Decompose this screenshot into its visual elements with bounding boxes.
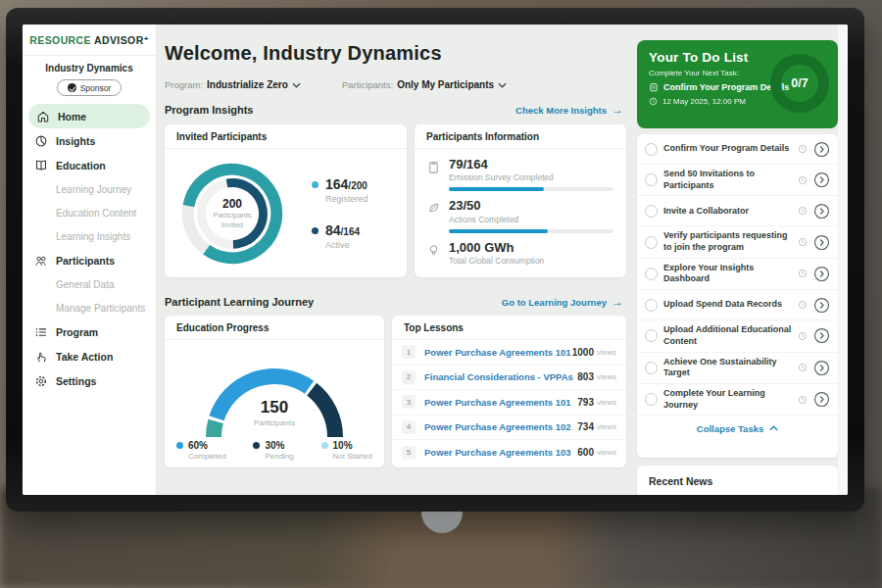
learning-journey-header: Participant Learning Journey Go to Learn… (165, 295, 623, 309)
gauge-center-value: 150 (186, 398, 363, 417)
leaf-icon (426, 201, 441, 216)
todo-item[interactable]: Invite a Collaborator (637, 196, 838, 226)
sidebar-item-learning-journey[interactable]: Learning Journey (23, 177, 156, 201)
filters-row: Program: Industrialize Zero Participants… (165, 79, 507, 90)
sidebar-item-insights[interactable]: Insights (23, 128, 156, 153)
todo-progress-ring: 0/7 (770, 54, 829, 113)
checkbox-icon[interactable] (645, 329, 658, 342)
chevron-right-icon[interactable] (813, 234, 830, 251)
lesson-rank: 4 (402, 420, 416, 434)
recent-news-card: Recent News (637, 466, 838, 495)
card-title: Top Lessons (392, 316, 626, 340)
clock-icon (798, 144, 808, 154)
gauge-center-label: Participants (186, 418, 363, 427)
chevron-right-icon[interactable] (813, 203, 830, 220)
recent-news-title: Recent News (637, 466, 838, 487)
sponsor-icon (68, 83, 76, 92)
go-to-learning-journey-link[interactable]: Go to Learning Journey → (502, 295, 623, 309)
check-more-insights-link[interactable]: Check More Insights → (515, 103, 623, 117)
sidebar-item-general-data[interactable]: General Data (23, 272, 156, 296)
clock-icon (798, 300, 808, 310)
sidebar-item-program[interactable]: Program (23, 319, 156, 344)
todo-item[interactable]: Send 50 Invitations to Participants (637, 165, 838, 196)
todo-item[interactable]: Upload Spend Data Records (637, 290, 838, 320)
todo-item[interactable]: Upload Additional Educational Content (637, 320, 838, 352)
list-icon (34, 325, 48, 339)
sidebar-item-learning-insights[interactable]: Learning Insights (23, 224, 156, 248)
lesson-row: 1 Power Purchase Agreements 101 1000 vie… (392, 340, 626, 366)
lesson-row: 3 Power Purchase Agreements 101 793 view… (392, 390, 626, 416)
program-select[interactable]: Program: Industrialize Zero (165, 79, 301, 90)
checkbox-icon[interactable] (645, 393, 658, 406)
lesson-link[interactable]: Power Purchase Agreements 103 (424, 447, 577, 458)
collapse-tasks-link[interactable]: Collapse Tasks (637, 416, 838, 441)
stat-actions-completed: 23/50 Actions Completed (426, 199, 614, 232)
sidebar-item-home[interactable]: Home (28, 104, 150, 128)
participants-select[interactable]: Participants: Only My Participants (342, 79, 507, 90)
chevron-right-icon[interactable] (813, 297, 830, 314)
chevron-right-icon[interactable] (813, 266, 830, 282)
clock-icon (798, 237, 808, 247)
card-title: Education Progress (165, 316, 384, 340)
todo-item[interactable]: Explore Your Insights Dashboard (637, 259, 838, 290)
todo-item[interactable]: Confirm Your Program Details (637, 134, 838, 165)
monitor-bezel: RESOURCE ADVISOR+ Industry Dynamics Spon… (6, 8, 864, 512)
sidebar-nav: Home Insights Education Learning Journey… (23, 104, 156, 393)
gear-icon (34, 374, 48, 388)
book-icon (34, 159, 48, 172)
progress-bar (449, 187, 613, 191)
education-progress-card: Education Progress 150 Participants 60%C… (165, 316, 384, 467)
chevron-right-icon[interactable] (813, 391, 830, 408)
legend-registered: 164/200 Registered (312, 177, 368, 204)
completed-dot-icon (176, 442, 183, 449)
checkbox-icon[interactable] (645, 268, 658, 280)
sidebar-item-education[interactable]: Education (23, 153, 156, 177)
lesson-row: 4 Power Purchase Agreements 102 734 view… (392, 416, 626, 441)
sidebar-item-settings[interactable]: Settings (23, 368, 156, 393)
progress-bar (449, 229, 613, 233)
sidebar-item-manage-participants[interactable]: Manage Participants (23, 296, 156, 319)
todo-progress-value: 0/7 (791, 76, 808, 90)
lesson-link[interactable]: Financial Considerations - VPPAs (424, 371, 577, 382)
checkbox-icon[interactable] (645, 205, 658, 218)
lesson-link[interactable]: Power Purchase Agreements 101 (424, 347, 572, 358)
app-logo: RESOURCE ADVISOR+ (23, 24, 156, 56)
checkbox-icon[interactable] (645, 362, 658, 374)
hand-pointer-icon (34, 350, 48, 364)
clock-icon (798, 363, 808, 372)
sidebar-item-education-content[interactable]: Education Content (23, 201, 156, 224)
chevron-right-icon[interactable] (813, 172, 830, 188)
chevron-right-icon[interactable] (813, 360, 830, 376)
lightbulb-icon (426, 243, 441, 258)
checkbox-icon[interactable] (645, 236, 658, 249)
participants-icon (34, 254, 48, 268)
clock-icon (798, 395, 808, 405)
donut-legend: 164/200 Registered 84/164 Active (312, 177, 368, 250)
arrow-right-icon: → (612, 103, 623, 117)
gauge-legend: 60%Completed 30%Pending 10%Not Started (176, 440, 372, 461)
todo-item[interactable]: Achieve One Sustainability Target (637, 353, 838, 384)
scroll-area[interactable] (838, 24, 848, 495)
arrow-right-icon: → (612, 295, 623, 309)
checkbox-icon[interactable] (645, 173, 658, 186)
lesson-link[interactable]: Power Purchase Agreements 101 (424, 397, 577, 408)
invited-participants-card: Invited Participants 200 Participants In… (165, 124, 407, 277)
donut-center-label: Participants Invited (205, 211, 260, 230)
chevron-right-icon[interactable] (813, 327, 830, 344)
todo-item[interactable]: Verify participants requesting to join t… (637, 226, 838, 258)
sidebar: RESOURCE ADVISOR+ Industry Dynamics Spon… (23, 24, 157, 495)
top-lessons-list: 1 Power Purchase Agreements 101 1000 vie… (392, 340, 626, 466)
logo-advisor: ADVISOR+ (94, 34, 149, 46)
clipboard-icon (426, 160, 441, 174)
lesson-link[interactable]: Power Purchase Agreements 102 (424, 421, 577, 432)
checkbox-icon[interactable] (645, 143, 658, 156)
sidebar-item-take-action[interactable]: Take Action (23, 344, 156, 368)
todo-item[interactable]: Complete Your Learning Journey (637, 384, 838, 416)
chevron-right-icon[interactable] (813, 141, 830, 158)
lesson-rank: 5 (402, 446, 416, 460)
sidebar-item-participants[interactable]: Participants (23, 248, 156, 272)
clock-icon (798, 206, 808, 216)
legend-not-started: 10%Not Started (321, 440, 372, 461)
checkbox-icon[interactable] (645, 299, 658, 312)
chevron-down-icon (292, 82, 301, 88)
